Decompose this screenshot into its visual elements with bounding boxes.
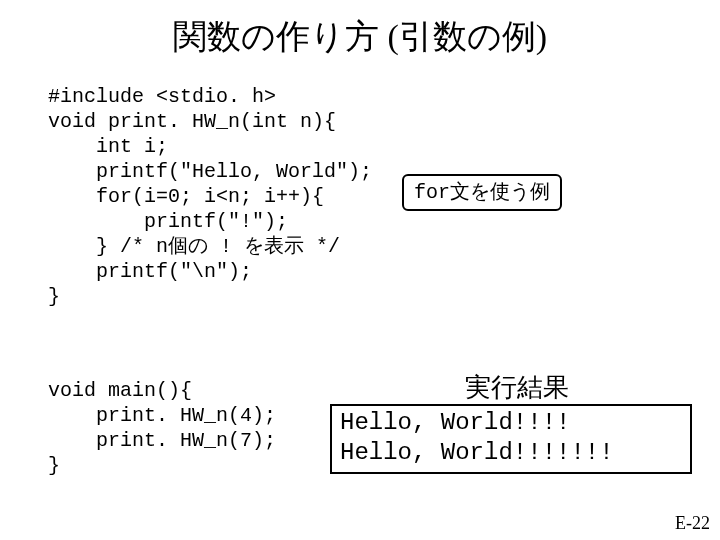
code-block-main: void main(){ print. HW_n(4); print. HW_n… [48, 378, 276, 478]
result-output-box: Hello, World!!!! Hello, World!!!!!!! [330, 404, 692, 474]
result-label: 実行結果 [465, 370, 569, 405]
code-block-function: #include <stdio. h> void print. HW_n(int… [48, 84, 372, 309]
page-title: 関数の作り方 (引数の例) [0, 0, 720, 70]
note-box-for-loop: for文を使う例 [402, 174, 562, 211]
page-number: E-22 [675, 513, 710, 534]
